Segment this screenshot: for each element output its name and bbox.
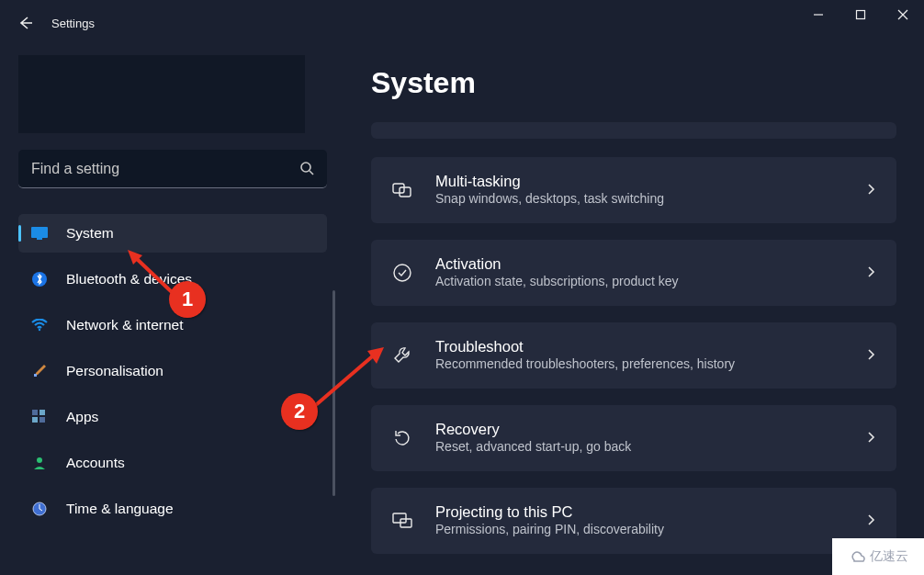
clock-globe-icon — [31, 501, 48, 517]
chevron-right-icon — [865, 430, 876, 446]
sidebar-item-system[interactable]: System — [18, 214, 327, 253]
chevron-right-icon — [865, 513, 876, 529]
chevron-right-icon — [865, 265, 876, 281]
row-troubleshoot[interactable]: Troubleshoot Recommended troubleshooters… — [371, 322, 896, 389]
svg-rect-7 — [37, 238, 42, 240]
wifi-icon — [31, 317, 48, 333]
row-desc: Snap windows, desktops, task switching — [435, 190, 664, 208]
row-projecting[interactable]: Projecting to this PC Permissions, pairi… — [371, 488, 896, 554]
recovery-icon — [391, 427, 413, 449]
sidebar-item-time-language[interactable]: Time & language — [18, 490, 327, 528]
svg-point-22 — [394, 265, 411, 281]
sidebar-item-network[interactable]: Network & internet — [18, 306, 327, 344]
row-title: Troubleshoot — [435, 338, 735, 356]
search-input[interactable] — [18, 150, 327, 188]
svg-point-4 — [301, 163, 310, 172]
maximize-icon — [855, 9, 866, 20]
titlebar: Settings — [0, 0, 924, 46]
row-title: Projecting to this PC — [435, 503, 664, 522]
close-icon — [897, 9, 908, 20]
svg-rect-13 — [32, 417, 38, 423]
sidebar-scrollbar[interactable] — [332, 290, 335, 496]
page-title: System — [371, 66, 896, 100]
apps-icon — [31, 409, 48, 425]
sidebar-item-label: Apps — [66, 409, 98, 425]
row-activation[interactable]: Activation Activation state, subscriptio… — [371, 240, 896, 306]
svg-point-9 — [39, 329, 40, 331]
svg-rect-23 — [393, 513, 406, 523]
sidebar: System Bluetooth & devices Network & int… — [0, 55, 331, 536]
sidebar-item-label: Personalisation — [66, 363, 163, 379]
sidebar-item-label: Network & internet — [66, 317, 184, 333]
row-recovery[interactable]: Recovery Reset, advanced start-up, go ba… — [371, 405, 896, 471]
back-arrow-icon — [18, 16, 33, 30]
row-desc: Permissions, pairing PIN, discoverabilit… — [435, 521, 664, 538]
search-icon — [299, 161, 314, 179]
close-button[interactable] — [882, 1, 924, 28]
svg-rect-21 — [400, 187, 411, 197]
row-desc: Recommended troubleshooters, preferences… — [435, 355, 735, 373]
person-icon — [31, 455, 48, 471]
svg-rect-12 — [39, 410, 45, 415]
back-button[interactable] — [0, 0, 51, 46]
sidebar-item-label: Accounts — [66, 455, 125, 471]
svg-line-5 — [310, 171, 313, 175]
svg-rect-1 — [857, 11, 865, 19]
sidebar-item-apps[interactable]: Apps — [18, 398, 327, 436]
svg-point-15 — [37, 457, 42, 463]
sidebar-item-personalisation[interactable]: Personalisation — [18, 352, 327, 390]
sidebar-item-label: Time & language — [66, 501, 174, 517]
sidebar-item-accounts[interactable]: Accounts — [18, 444, 327, 482]
window-title: Settings — [51, 17, 95, 30]
svg-rect-10 — [34, 374, 37, 377]
row-multi-tasking[interactable]: Multi-tasking Snap windows, desktops, ta… — [371, 157, 896, 223]
search-field-wrap — [18, 150, 327, 188]
minimize-button[interactable] — [797, 1, 839, 28]
main-content: System Multi-tasking Snap windows, deskt… — [371, 66, 896, 570]
sidebar-item-label: Bluetooth & devices — [66, 271, 192, 288]
maximize-button[interactable] — [839, 1, 882, 28]
watermark: 亿速云 — [832, 538, 924, 575]
row-desc: Activation state, subscriptions, product… — [435, 273, 679, 290]
row-desc: Reset, advanced start-up, go back — [435, 438, 631, 456]
annotation-marker-1: 1 — [169, 281, 206, 318]
row-title: Activation — [435, 255, 679, 274]
chevron-right-icon — [865, 347, 876, 364]
chevron-right-icon — [865, 182, 876, 198]
wrench-icon — [391, 344, 413, 366]
display-icon — [31, 225, 48, 242]
bluetooth-icon — [31, 271, 48, 288]
svg-rect-11 — [32, 410, 38, 415]
check-circle-icon — [391, 262, 413, 284]
svg-rect-6 — [31, 227, 48, 238]
settings-row-partial[interactable] — [371, 122, 896, 139]
row-title: Recovery — [435, 421, 631, 439]
profile-panel — [18, 55, 305, 133]
row-title: Multi-tasking — [435, 173, 664, 191]
multitasking-icon — [391, 179, 413, 201]
svg-rect-20 — [393, 184, 404, 193]
sidebar-item-label: System — [66, 225, 114, 242]
sidebar-nav: System Bluetooth & devices Network & int… — [18, 214, 327, 528]
annotation-marker-2: 2 — [281, 393, 318, 430]
minimize-icon — [813, 9, 824, 20]
svg-rect-14 — [39, 417, 45, 423]
projecting-icon — [391, 510, 413, 532]
paintbrush-icon — [31, 363, 48, 379]
